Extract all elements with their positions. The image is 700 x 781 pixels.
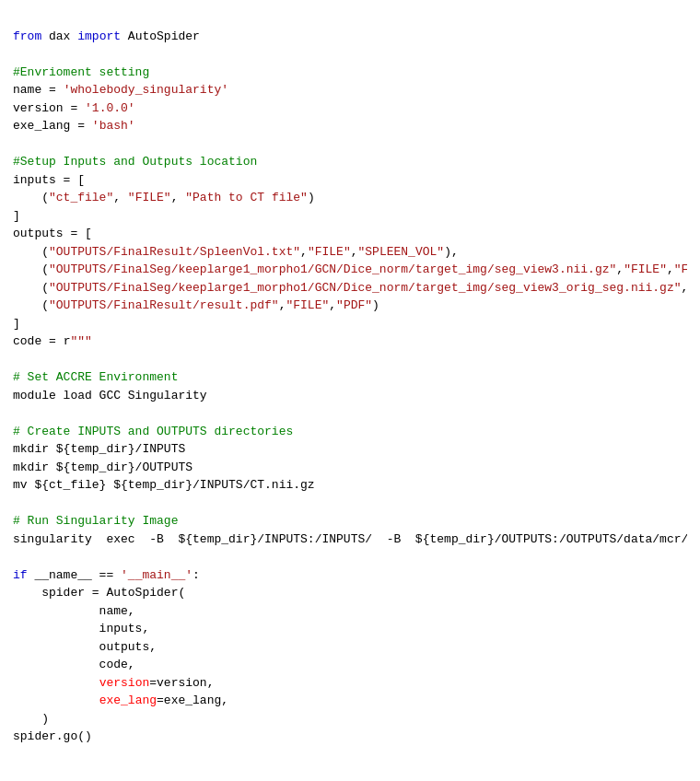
line-singularity: singularity exec -B ${temp_dir}/INPUTS:/…	[13, 532, 687, 546]
line-module: module load GCC Singularity	[13, 389, 207, 402]
code-editor: from dax import AutoSpider #Envrioment s…	[13, 9, 687, 746]
line-mkdir-inputs: mkdir ${temp_dir}/INPUTS	[13, 442, 185, 456]
line-outputs-3: ("OUTPUTS/FinalSeg/keeplarge1_morpho1/GC…	[13, 281, 687, 295]
line-comment-dirs: # Create INPUTS and OUTPUTS directories	[13, 425, 293, 438]
line-comment-setup: #Setup Inputs and Outputs location	[13, 155, 257, 169]
line-code: code = r"""	[13, 334, 92, 348]
line-param-outputs: outputs,	[13, 640, 157, 654]
line-param-version: version=version,	[13, 676, 214, 690]
line-exe-lang: exe_lang = 'bash'	[13, 119, 135, 133]
line-close-paren: )	[13, 712, 49, 726]
line-inputs-end: ]	[13, 209, 20, 223]
line-param-inputs: inputs,	[13, 622, 149, 635]
line-name: name = 'wholebody_singularity'	[13, 83, 228, 97]
line-comment-env: #Envrioment setting	[13, 65, 149, 79]
line-mv: mv ${ct_file} ${temp_dir}/INPUTS/CT.nii.…	[13, 478, 315, 492]
line-param-code: code,	[13, 658, 135, 671]
line-version: version = '1.0.0'	[13, 101, 135, 115]
line-outputs-2: ("OUTPUTS/FinalSeg/keeplarge1_morpho1/GC…	[13, 262, 687, 276]
line-mkdir-outputs: mkdir ${temp_dir}/OUTPUTS	[13, 460, 192, 474]
line-inputs-item: ("ct_file", "FILE", "Path to CT file")	[13, 191, 315, 204]
line-outputs-start: outputs = [	[13, 227, 92, 240]
line-comment-singularity: # Run Singularity Image	[13, 514, 178, 528]
line-if: if __name__ == '__main__':	[13, 568, 200, 582]
line-param-exe-lang: exe_lang=exe_lang,	[13, 694, 228, 707]
line-outputs-4: ("OUTPUTS/FinalResult/result.pdf","FILE"…	[13, 298, 379, 312]
line-spider-init: spider = AutoSpider(	[13, 586, 185, 600]
line-inputs-start: inputs = [	[13, 173, 85, 187]
line-outputs-1: ("OUTPUTS/FinalResult/SpleenVol.txt","FI…	[13, 245, 459, 259]
line-comment-accre: # Set ACCRE Environment	[13, 370, 178, 384]
line-spider-go: spider.go()	[13, 729, 92, 743]
line-1: from dax import AutoSpider	[13, 29, 200, 43]
line-param-name: name,	[13, 604, 135, 618]
line-outputs-end: ]	[13, 317, 20, 331]
